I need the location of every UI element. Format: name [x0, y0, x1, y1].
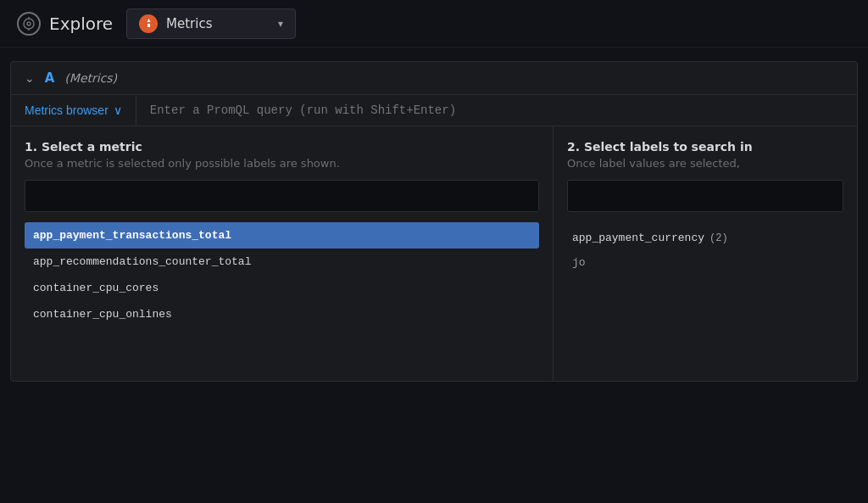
datasource-chevron: ▾ — [278, 18, 283, 30]
metrics-browser-chevron: ∨ — [114, 103, 122, 117]
panel-label: A — [45, 70, 55, 86]
label-name: jo — [572, 256, 586, 269]
explore-label: Explore — [49, 14, 113, 34]
query-panel: ⌄ A (Metrics) Metrics browser ∨ 1. Selec… — [10, 61, 858, 382]
label-search-input[interactable] — [567, 180, 843, 212]
metric-item[interactable]: app_recommendations_counter_total — [25, 249, 539, 275]
metrics-columns: 1. Select a metric Once a metric is sele… — [11, 126, 857, 381]
datasource-left: Metrics — [139, 14, 212, 33]
svg-rect-4 — [147, 24, 150, 27]
metrics-browser-panel: 1. Select a metric Once a metric is sele… — [11, 126, 857, 381]
query-input-area: Metrics browser ∨ 1. Select a metric Onc… — [11, 95, 857, 381]
section1-title: 1. Select a metric — [25, 140, 539, 154]
promql-input[interactable] — [136, 95, 857, 126]
datasource-name: Metrics — [166, 16, 212, 31]
metric-item[interactable]: container_cpu_cores — [25, 275, 539, 301]
label-list: app_payment_currency (2) jo — [567, 226, 843, 275]
metric-search-input[interactable] — [25, 180, 539, 212]
query-toolbar: Metrics browser ∨ — [11, 95, 857, 126]
svg-point-1 — [27, 22, 31, 25]
top-header: Explore Metrics ▾ — [0, 0, 868, 48]
label-count: (2) — [709, 232, 728, 244]
collapse-icon[interactable]: ⌄ — [25, 71, 35, 85]
prometheus-icon — [139, 14, 158, 33]
metric-list: app_payment_transactions_total app_recom… — [25, 222, 539, 327]
label-item[interactable]: jo — [567, 250, 843, 275]
metric-item[interactable]: app_payment_transactions_total — [25, 222, 539, 249]
metrics-browser-button[interactable]: Metrics browser ∨ — [11, 95, 136, 126]
metric-item[interactable]: container_cpu_onlines — [25, 301, 539, 327]
svg-point-0 — [24, 19, 34, 29]
query-panel-header: ⌄ A (Metrics) — [11, 62, 857, 95]
main-content: ⌄ A (Metrics) Metrics browser ∨ 1. Selec… — [0, 48, 868, 395]
section2-subtitle: Once label values are selected, — [567, 157, 843, 170]
explore-title: Explore — [17, 12, 113, 36]
label-item[interactable]: app_payment_currency (2) — [567, 226, 843, 250]
section1-subtitle: Once a metric is selected only possible … — [25, 157, 539, 170]
metrics-browser-label: Metrics browser — [25, 103, 108, 117]
metric-column-1: 1. Select a metric Once a metric is sele… — [11, 126, 554, 381]
panel-datasource: (Metrics) — [64, 71, 117, 85]
explore-icon — [17, 12, 41, 36]
label-name: app_payment_currency — [572, 232, 704, 244]
metric-column-2: 2. Select labels to search in Once label… — [554, 126, 857, 381]
section2-title: 2. Select labels to search in — [567, 140, 843, 154]
datasource-selector[interactable]: Metrics ▾ — [126, 8, 296, 39]
